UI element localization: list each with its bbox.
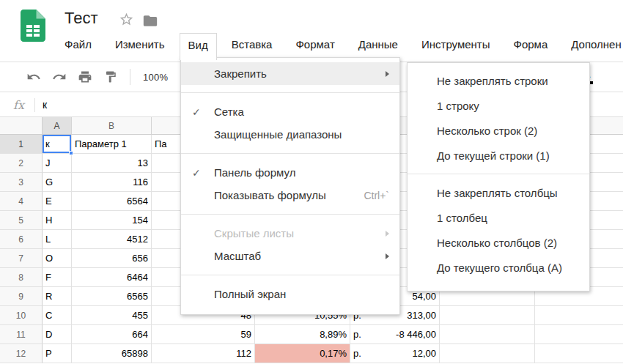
menu-item-Закрепить[interactable]: Закрепить [181,62,399,85]
cell-D11[interactable]: 8,89% [255,325,350,344]
cell-value: H [45,215,52,226]
menubar-item-Инструменты[interactable]: Инструменты [413,33,499,57]
menubar-item-Вид[interactable]: Вид [180,33,217,60]
cell-D12[interactable]: 0,17% [255,344,350,363]
row-header-2[interactable]: 2 [0,154,43,173]
menu-item-Не закреплять столбцы[interactable]: Не закреплять столбцы [408,180,589,205]
zoom-control[interactable]: 100% [143,72,168,83]
menu-item-Несколько столбцов (2)[interactable]: Несколько столбцов (2) [408,230,589,255]
grid-corner[interactable] [0,117,43,135]
cell-B9[interactable]: 6565 [72,287,152,306]
document-title[interactable]: Тест [64,9,98,28]
menu-item-label: Панель формул [214,166,389,179]
menu-item-label: Скрытые листы [214,227,380,239]
column-header-A[interactable]: A [43,117,72,135]
cell-B5[interactable]: 154 [72,211,152,230]
row-header-7[interactable]: 7 [0,249,43,268]
cell-A4[interactable]: E [43,192,72,211]
cell-B3[interactable]: 116 [72,173,152,192]
check-icon: ✓ [181,167,214,179]
fill-handle[interactable] [69,151,73,155]
cell-G11[interactable] [535,325,623,344]
menubar-item-Изменить[interactable]: Изменить [106,33,174,57]
cell-G10[interactable] [535,306,623,325]
undo-button[interactable] [25,68,43,86]
cell-E12[interactable]: р.12,00 [350,344,440,363]
menubar-item-Формат[interactable]: Формат [287,33,343,57]
sheets-logo-icon[interactable] [21,10,45,45]
menu-item-label: До текущей строки (1) [437,149,579,162]
paint-format-icon [104,70,117,83]
cell-A6[interactable]: L [43,230,72,249]
cell-value: Па [155,138,167,149]
menu-item-До текущей строки (1)[interactable]: До текущей строки (1) [408,143,589,168]
row-header-11[interactable]: 11 [0,325,43,344]
row-header-6[interactable]: 6 [0,230,43,249]
cell-value: 12,00 [412,348,436,359]
cell-A1[interactable]: к [43,135,72,154]
menu-item-Скрытые листы: Скрытые листы [181,222,399,245]
menubar-item-Форма[interactable]: Форма [505,33,557,57]
row-header-10[interactable]: 10 [0,306,43,325]
menu-item-Панель формул[interactable]: ✓Панель формул [181,161,399,184]
cell-B12[interactable]: 65898 [72,344,152,363]
fx-icon: fx [13,98,24,112]
menubar-item-Вставка[interactable]: Вставка [223,33,281,57]
menu-item-Масштаб[interactable]: Масштаб [181,245,399,267]
star-icon[interactable] [119,12,134,30]
cell-G12[interactable] [535,344,623,363]
menubar-item-Дополнен[interactable]: Дополнен [562,33,623,57]
cell-A3[interactable]: G [43,173,72,192]
cell-B11[interactable]: 664 [72,325,152,344]
cell-value: 112 [236,348,251,359]
redo-button[interactable] [51,68,68,86]
menu-item-1 столбец[interactable]: 1 столбец [408,205,589,230]
menu-item-Защищенные диапазоны[interactable]: Защищенные диапазоны [181,123,399,146]
column-header-B[interactable]: B [72,117,152,135]
menu-item-До текущего столбца (А)[interactable]: До текущего столбца (А) [408,255,589,280]
cell-C11[interactable]: 59 [152,325,255,344]
cell-A12[interactable]: P [43,344,72,363]
cell-B6[interactable]: 4512 [72,230,152,249]
cell-A9[interactable]: R [43,287,72,306]
cell-B2[interactable]: 13 [72,154,152,173]
menubar-item-Файл[interactable]: Файл [56,33,100,57]
paint-format-button[interactable] [102,68,119,86]
move-to-folder-icon[interactable] [142,14,158,31]
menu-item-Сетка[interactable]: ✓Сетка [181,100,399,123]
cell-B1[interactable]: Параметр 1 [72,135,152,154]
cell-B4[interactable]: 6564 [72,192,152,211]
cell-C12[interactable]: 112 [152,344,255,363]
menu-item-Несколько строк (2)[interactable]: Несколько строк (2) [408,118,589,143]
redo-icon [52,70,67,84]
row-header-5[interactable]: 5 [0,211,43,230]
menu-item-1 строку[interactable]: 1 строку [408,93,589,118]
row-header-4[interactable]: 4 [0,192,43,211]
cell-value: 13 [138,157,148,168]
cell-value: J [45,157,51,168]
cell-F10[interactable] [440,306,535,325]
cell-B7[interactable]: 656 [72,249,152,268]
row-header-12[interactable]: 12 [0,344,43,363]
cell-A8[interactable]: F [43,268,72,287]
cell-F11[interactable] [440,325,535,344]
row-header-9[interactable]: 9 [0,287,43,306]
cell-A7[interactable]: O [43,249,72,268]
cell-B8[interactable]: 6464 [72,268,152,287]
cell-A10[interactable]: C [43,306,72,325]
row-header-1[interactable]: 1 [0,135,43,154]
row-header-8[interactable]: 8 [0,268,43,287]
cell-A5[interactable]: H [43,211,72,230]
cell-E11[interactable]: р.-8 446,00 [350,325,440,344]
row-header-3[interactable]: 3 [0,173,43,192]
menu-item-Полный экран[interactable]: Полный экран [181,283,399,305]
cell-B10[interactable]: 455 [72,306,152,325]
menubar-item-Данные[interactable]: Данные [350,33,407,57]
cell-A2[interactable]: J [43,154,72,173]
cell-A11[interactable]: D [43,325,72,344]
cell-F12[interactable] [440,344,535,363]
menu-item-Показывать формулы[interactable]: Показывать формулыCtrl+` [181,184,399,207]
menu-item-label: Масштаб [214,250,380,262]
menu-item-Не закреплять строки[interactable]: Не закреплять строки [408,68,589,93]
print-button[interactable] [76,68,94,86]
